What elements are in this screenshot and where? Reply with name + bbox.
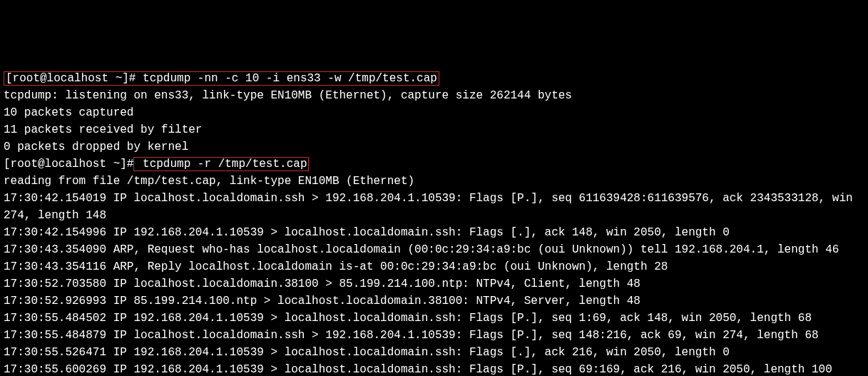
output-line: 0 packets dropped by kernel — [4, 138, 864, 156]
prompt-2: [root@localhost ~]# — [4, 158, 133, 171]
prompt-line-1: [root@localhost ~]# tcpdump -nn -c 10 -i… — [4, 70, 864, 87]
output-line: tcpdump: listening on ens33, link-type E… — [4, 87, 864, 104]
output-line: 10 packets captured — [4, 104, 864, 121]
output-line: 17:30:43.354116 ARP, Reply localhost.loc… — [4, 258, 864, 275]
output-line: 17:30:55.484879 IP localhost.localdomain… — [4, 327, 864, 344]
output-line: reading from file /tmp/test.cap, link-ty… — [4, 173, 864, 190]
cmd-box-2: tcpdump -r /tmp/test.cap — [133, 157, 309, 171]
command-2: tcpdump -r /tmp/test.cap — [136, 158, 307, 171]
output-line: 17:30:52.926993 IP 85.199.214.100.ntp > … — [4, 293, 864, 310]
prompt-line-2: [root@localhost ~]# tcpdump -r /tmp/test… — [4, 156, 864, 173]
command-1: tcpdump -nn -c 10 -i ens33 -w /tmp/test.… — [136, 72, 436, 85]
output-line: 17:30:42.154019 IP localhost.localdomain… — [4, 190, 864, 224]
output-line: 17:30:55.526471 IP 192.168.204.1.10539 >… — [4, 344, 864, 361]
output-line: 17:30:43.354090 ARP, Request who-has loc… — [4, 241, 864, 258]
output-line: 17:30:52.703580 IP localhost.localdomain… — [4, 275, 864, 293]
prompt-cmd-box-1: [root@localhost ~]# tcpdump -nn -c 10 -i… — [4, 71, 439, 86]
output-line: 11 packets received by filter — [4, 121, 864, 138]
prompt-1: [root@localhost ~]# — [6, 72, 136, 85]
output-line: 17:30:42.154996 IP 192.168.204.1.10539 >… — [4, 224, 864, 241]
output-line: 17:30:55.600269 IP 192.168.204.1.10539 >… — [4, 361, 864, 376]
terminal[interactable]: [root@localhost ~]# tcpdump -nn -c 10 -i… — [4, 70, 864, 376]
output-line: 17:30:55.484502 IP 192.168.204.1.10539 >… — [4, 310, 864, 327]
